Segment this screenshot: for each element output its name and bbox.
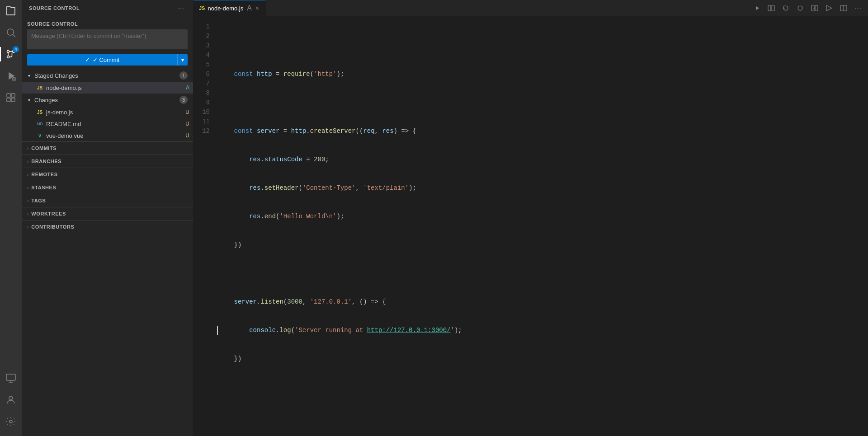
settings-icon[interactable]	[0, 411, 22, 432]
change-file-readme[interactable]: MD README.md U	[22, 118, 193, 130]
change-file-name-vue-demo: vue-demo.vue	[46, 132, 184, 139]
account-icon[interactable]	[0, 389, 22, 411]
source-control-badge: 4	[13, 46, 19, 52]
code-editor[interactable]: const http = require('http'); const serv…	[217, 16, 868, 436]
branches-section: › BRANCHES	[22, 155, 193, 168]
commit-button-row: ✓ ✓ Commit ▾	[27, 54, 188, 66]
svg-marker-19	[826, 5, 832, 11]
svg-point-12	[9, 420, 12, 423]
code-line-4: const server = http.createServer((req, r…	[217, 127, 868, 136]
worktrees-section: › WORKTREES	[22, 207, 193, 220]
worktrees-expand-icon: ›	[27, 211, 28, 216]
contributors-expand-icon: ›	[27, 225, 28, 230]
tab-bar: JS node-demo.js A ×	[193, 0, 868, 16]
svg-rect-14	[772, 5, 774, 11]
more-actions-button[interactable]: ···	[176, 3, 186, 13]
svg-point-11	[9, 396, 13, 400]
tab-modified-indicator: A	[247, 5, 252, 12]
svg-rect-9	[11, 98, 15, 102]
svg-point-15	[798, 6, 802, 10]
commit-checkmark-icon: ✓	[85, 56, 90, 63]
more-actions-toolbar-icon[interactable]: ···	[852, 2, 864, 14]
run-and-debug-icon[interactable]	[0, 65, 22, 87]
svg-rect-8	[7, 98, 10, 102]
split-right-icon[interactable]	[837, 2, 850, 14]
change-file-js-demo[interactable]: JS js-demo.js U	[22, 106, 193, 118]
stashes-section: › STASHES	[22, 181, 193, 194]
svg-rect-6	[7, 94, 10, 97]
code-line-12: })	[217, 354, 868, 364]
worktrees-section-header[interactable]: › WORKTREES	[22, 207, 193, 220]
svg-rect-17	[815, 5, 818, 11]
commit-button-label: ✓ Commit	[93, 56, 119, 63]
svg-point-0	[7, 29, 14, 35]
branches-expand-icon: ›	[27, 159, 28, 164]
commit-button[interactable]: ✓ ✓ Commit	[27, 54, 177, 66]
change-file-name-js-demo: js-demo.js	[46, 109, 184, 116]
code-line-3	[217, 98, 868, 108]
code-line-5: res.statusCode = 200;	[217, 155, 868, 164]
explorer-icon[interactable]	[0, 0, 22, 22]
remotes-section-header[interactable]: › REMOTES	[22, 168, 193, 181]
js-file-icon-2: JS	[36, 108, 43, 116]
svg-rect-7	[11, 94, 15, 97]
svg-point-4	[7, 56, 9, 58]
sc-panel: SOURCE CONTROL ✓ ✓ Commit ▾	[22, 16, 193, 69]
remotes-expand-icon: ›	[27, 172, 28, 177]
staged-changes-chevron: ▾	[25, 73, 33, 78]
node-demo-tab[interactable]: JS node-demo.js A ×	[193, 0, 266, 16]
open-diff-icon[interactable]	[808, 2, 821, 14]
open-in-editor-icon[interactable]	[823, 2, 835, 14]
change-file-vue-demo[interactable]: V vue-demo.vue U	[22, 130, 193, 141]
remotes-section: › REMOTES	[22, 168, 193, 181]
tags-label: TAGS	[31, 198, 46, 203]
contributors-section: › CONTRIBUTORS	[22, 220, 193, 233]
sidebar-title: SOURCE CONTROL	[29, 5, 80, 11]
change-file-name-readme: README.md	[46, 121, 184, 127]
tab-bar-right: ···	[750, 2, 868, 14]
search-icon[interactable]	[0, 22, 22, 43]
commit-dropdown-button[interactable]: ▾	[177, 54, 188, 66]
split-editor-toolbar-icon[interactable]	[765, 2, 778, 14]
code-line-10: server.listen(3000, '127.0.0.1', () => {	[217, 297, 868, 307]
extensions-icon[interactable]	[0, 87, 22, 108]
sc-section-title: SOURCE CONTROL	[27, 19, 188, 29]
contributors-section-header[interactable]: › CONTRIBUTORS	[22, 220, 193, 233]
run-debug-toolbar-icon[interactable]	[750, 2, 763, 14]
line-numbers: 1 2 3 4 5 6 7 8 9 10 11 12	[193, 16, 217, 436]
js-file-icon: JS	[36, 84, 43, 91]
tags-section-header[interactable]: › TAGS	[22, 194, 193, 207]
code-line-11: console.log('Server running at http://12…	[217, 326, 868, 335]
remote-explorer-icon[interactable]	[0, 367, 22, 389]
change-file-status-readme: U	[185, 121, 189, 127]
md-file-icon: MD	[36, 120, 43, 127]
source-control-icon[interactable]: 4	[0, 43, 22, 65]
activity-bar: 4	[0, 0, 22, 436]
stashes-label: STASHES	[31, 185, 56, 190]
svg-point-2	[7, 51, 9, 53]
tab-close-button[interactable]: ×	[255, 5, 260, 11]
bottom-panels: › COMMITS › BRANCHES › REMOTES › STASHES	[22, 141, 193, 436]
contributors-label: CONTRIBUTORS	[31, 224, 74, 230]
staged-file-name: node-demo.js	[46, 84, 184, 91]
code-line-8: })	[217, 240, 868, 250]
changes-label: Changes	[34, 97, 179, 103]
remotes-label: REMOTES	[31, 172, 57, 177]
tab-label: node-demo.js	[208, 5, 243, 12]
changes-header[interactable]: ▾ Changes 3	[22, 94, 193, 106]
staged-file-node-demo[interactable]: JS node-demo.js — ⬜ A	[22, 82, 193, 94]
stage-changes-icon[interactable]	[794, 2, 807, 14]
stashes-section-header[interactable]: › STASHES	[22, 181, 193, 194]
revert-file-icon[interactable]	[779, 2, 792, 14]
commits-section-header[interactable]: › COMMITS	[22, 142, 193, 155]
commit-message-input[interactable]	[27, 29, 188, 49]
svg-rect-13	[768, 5, 771, 11]
change-file-status-vue-demo: U	[185, 132, 189, 139]
tags-expand-icon: ›	[27, 198, 28, 203]
staged-changes-header[interactable]: ▾ Staged Changes 1	[22, 69, 193, 82]
code-line-2: const http = require('http');	[217, 70, 868, 79]
sidebar-header-actions: ···	[176, 3, 186, 13]
svg-line-1	[13, 35, 16, 38]
branches-section-header[interactable]: › BRANCHES	[22, 155, 193, 168]
editor-area: JS node-demo.js A ×	[193, 0, 868, 436]
